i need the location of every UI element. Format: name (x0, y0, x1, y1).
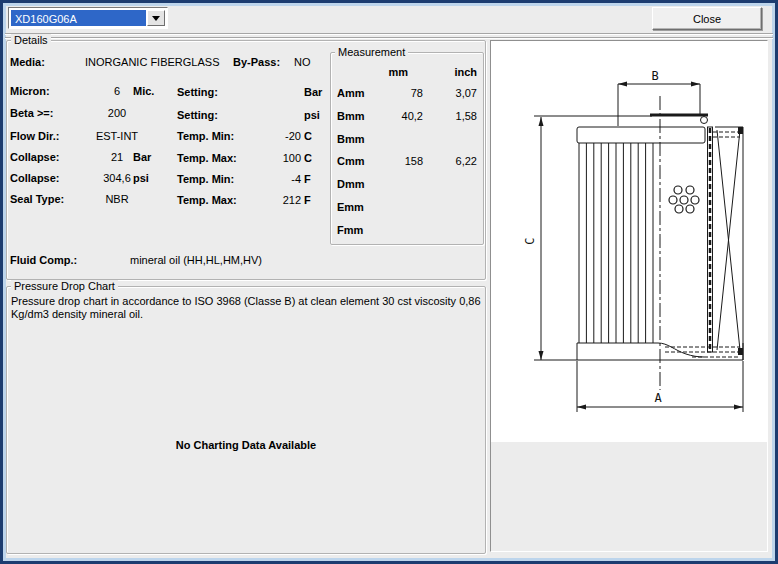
field-value: -4 (237, 173, 301, 186)
toolbar-divider (5, 33, 773, 35)
measurement-row: Amm 78 3,07 (331, 87, 483, 100)
fluid-comp-label: Fluid Comp.: (10, 254, 77, 267)
details-caption: Details (11, 34, 51, 46)
field-label: Temp. Max: (177, 194, 237, 207)
no-charting-data-message: No Charting Data Available (7, 439, 485, 451)
dim-label: Bmm (337, 133, 365, 146)
pressure-drop-groupbox: Pressure Drop Chart Pressure drop chart … (6, 286, 486, 554)
combo-selected-value: XD160G06A (11, 10, 146, 26)
measurement-caption: Measurement (335, 46, 408, 58)
field-unit: F (304, 173, 311, 186)
measurement-row: Dmm (331, 178, 483, 191)
measurement-row: Cmm 158 6,22 (331, 155, 483, 168)
dim-mm: 158 (351, 155, 423, 168)
details-row-fluid: Fluid Comp.: mineral oil (HH,HL,HM,HV) (7, 254, 485, 267)
dim-inch: 1,58 (431, 110, 477, 123)
dim-label: Dmm (337, 178, 365, 191)
filter-technical-drawing: B C (491, 41, 767, 442)
measurement-row: Fmm (331, 224, 483, 237)
dim-b-label: B (651, 69, 658, 83)
pressure-drop-caption: Pressure Drop Chart (11, 280, 118, 292)
bypass-label: By-Pass: (233, 56, 280, 69)
toolbar-divider-2 (5, 37, 773, 39)
combo-dropdown-button[interactable] (147, 10, 165, 26)
field-unit: C (304, 152, 312, 165)
field-label: Temp. Max: (177, 152, 237, 165)
dim-inch: 6,22 (431, 155, 477, 168)
measurement-groupbox: Measurement mm inch Amm 78 3,07 Bmm 40,2… (330, 52, 484, 245)
field-value: 212 (237, 194, 301, 207)
filter-diagram-svg: B C (491, 41, 767, 442)
field-label: Temp. Min: (177, 173, 234, 186)
close-button[interactable]: Close (652, 7, 762, 30)
bypass-value: NO (294, 56, 311, 69)
dim-mm: 78 (351, 87, 423, 100)
field-label: Setting: (177, 86, 218, 99)
field-value: 100 (237, 152, 301, 165)
col-header-mm: mm (351, 66, 408, 79)
element-details-window: XD160G06A Close Details Media: INORGANIC… (0, 0, 778, 564)
dim-a-label: A (654, 391, 662, 405)
pressure-drop-description: Pressure drop chart in accordance to ISO… (11, 295, 481, 321)
fluid-comp-value: mineral oil (HH,HL,HM,HV) (130, 254, 262, 267)
field-unit: Bar (304, 86, 322, 99)
measurement-header-row: mm inch (331, 66, 483, 79)
field-unit: F (304, 194, 311, 207)
chevron-down-icon (152, 16, 160, 21)
diagram-panel: B C (490, 40, 768, 552)
field-value: -20 (237, 130, 301, 143)
field-unit: C (304, 130, 312, 143)
field-unit: psi (304, 109, 320, 122)
measurement-row: Bmm (331, 133, 483, 146)
dim-label: Fmm (337, 224, 363, 237)
media-value: INORGANIC FIBERGLASS (85, 56, 219, 69)
part-number-combobox[interactable]: XD160G06A (8, 7, 168, 29)
field-label: Temp. Min: (177, 130, 234, 143)
col-header-inch: inch (431, 66, 477, 79)
dim-c-label: C (523, 237, 537, 244)
measurement-row: Emm (331, 201, 483, 214)
field-label: Setting: (177, 109, 218, 122)
measurement-row: Bmm 40,2 1,58 (331, 110, 483, 123)
dim-inch: 3,07 (431, 87, 477, 100)
dim-label: Emm (337, 201, 364, 214)
media-label: Media: (10, 56, 45, 69)
dim-mm: 40,2 (351, 110, 423, 123)
